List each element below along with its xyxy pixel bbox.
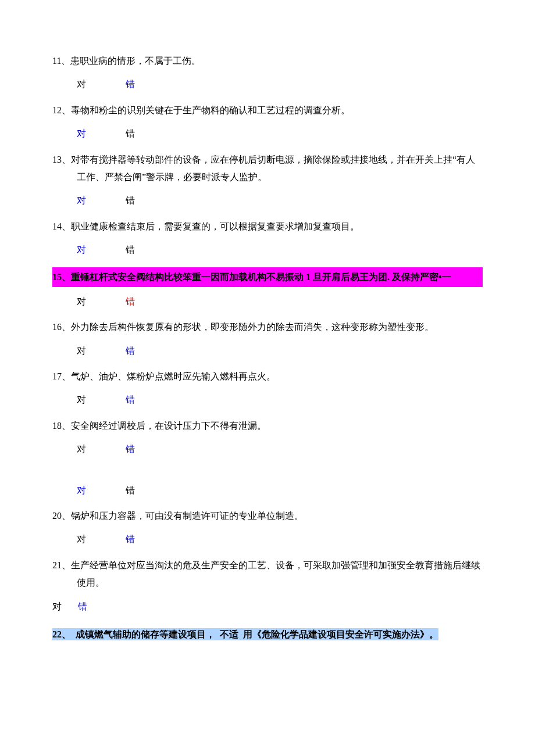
answer-true: 对 (77, 192, 123, 209)
question-text: 12、毒物和粉尘的识别关键在于生产物料的确认和工艺过程的调查分析。 (52, 102, 483, 119)
answer-row: 对 错 (52, 241, 483, 259)
question-text: 21、生产经营单位对应当淘汰的危及生产安全的工艺、设备，可采取加强管理和加强安全… (52, 557, 483, 592)
answer-false: 错 (126, 76, 172, 93)
answer-false: 错 (126, 241, 172, 259)
question-text: 16、外力除去后构件恢复原有的形状，即变形随外力的除去而消失，这种变形称为塑性变… (52, 318, 483, 336)
question-number: 14、 (52, 221, 71, 231)
question-number: 11、 (52, 56, 70, 66)
question-text: 14、职业健康检查结束后，需要复查的，可以根据复查要求增加复查项目。 (52, 218, 483, 235)
answer-false: 错 (126, 125, 172, 142)
question-number: 21、 (52, 560, 71, 570)
question-21: 21、生产经营单位对应当淘汰的危及生产安全的工艺、设备，可采取加强管理和加强安全… (52, 557, 483, 615)
answer-row: 对 错 (52, 440, 483, 458)
answer-false: 错 (78, 598, 124, 615)
question-stem: 重锤杠杆式安全阀结构比较笨重一因而加载机构不易振动 1 旦开肩后易王为团. 及保… (71, 272, 451, 282)
answer-row: 对 错 (52, 293, 483, 310)
answer-row: 对 错 (52, 482, 483, 499)
answer-row: 对 错 (52, 391, 483, 409)
question-text: 11、患职业病的情形，不属于工伤。 (52, 52, 483, 70)
question-18: 18、安全阀经过调校后，在设计压力下不得有泄漏。 对 错 (52, 417, 483, 458)
question-text-highlighted: 22、 成镇燃气辅助的储存等建设项目， 不适 用《危险化学品建设项目安全许可实施… (52, 628, 438, 640)
question-stem-part2: 不适 (220, 629, 238, 639)
question-text: 13、对带有搅拌器等转动部件的设备，应在停机后切断电源，摘除保险或挂接地线，并在… (52, 151, 483, 187)
question-number: 18、 (52, 421, 71, 431)
question-14: 14、职业健康检查结束后，需要复查的，可以根据复查要求增加复查项目。 对 错 (52, 218, 483, 259)
answer-row: 对 错 (52, 342, 483, 360)
answer-true: 对 (77, 440, 123, 458)
question-stem-part3: 用《危险化学品建设项目安全许可实施办法》。 (243, 629, 438, 639)
question-20: 20、锅炉和压力容器，可由没有制造许可证的专业单位制造。 对 错 (52, 507, 483, 549)
answer-row: 对 错 (52, 125, 483, 142)
question-stem-part1: 成镇燃气辅助的储存等建设项目， (76, 629, 215, 639)
question-text: 17、气炉、油炉、煤粉炉点燃时应先输入燃料再点火。 (52, 368, 483, 385)
answer-true: 对 (77, 76, 123, 93)
question-stem: 毒物和粉尘的识别关键在于生产物料的确认和工艺过程的调查分析。 (71, 105, 350, 115)
answer-true: 对 (77, 125, 123, 142)
question-stem: 生产经营单位对应当淘汰的危及生产安全的工艺、设备，可采取加强管理和加强安全教育措… (71, 560, 480, 587)
answer-false: 错 (126, 342, 172, 360)
answer-row: 对 错 (52, 598, 483, 615)
answer-false: 错 (126, 293, 172, 310)
question-text-highlighted: 15、重锤杠杆式安全阀结构比较笨重一因而加载机构不易振动 1 旦开肩后易王为团.… (52, 267, 483, 287)
question-number: 16、 (52, 322, 71, 332)
answer-true: 对 (77, 293, 123, 310)
answer-true: 对 (77, 391, 123, 409)
question-stem: 锅炉和压力容器，可由没有制造许可证的专业单位制造。 (71, 511, 304, 521)
answer-false: 错 (126, 391, 172, 409)
question-12: 12、毒物和粉尘的识别关键在于生产物料的确认和工艺过程的调查分析。 对 错 (52, 102, 483, 143)
answer-false: 错 (126, 482, 172, 499)
question-number: 22、 (52, 629, 71, 639)
question-number: 17、 (52, 371, 71, 381)
question-number: 20、 (52, 511, 71, 521)
question-text: 20、锅炉和压力容器，可由没有制造许可证的专业单位制造。 (52, 507, 483, 525)
question-19: 对 错 (52, 482, 483, 499)
answer-row: 对 错 (52, 192, 483, 209)
question-number: 15、 (52, 272, 71, 282)
question-13: 13、对带有搅拌器等转动部件的设备，应在停机后切断电源，摘除保险或挂接地线，并在… (52, 151, 483, 210)
question-text: 18、安全阀经过调校后，在设计压力下不得有泄漏。 (52, 417, 483, 435)
question-stem: 外力除去后构件恢复原有的形状，即变形随外力的除去而消失，这种变形称为塑性变形。 (71, 322, 434, 332)
question-15: 15、重锤杠杆式安全阀结构比较笨重一因而加载机构不易振动 1 旦开肩后易王为团.… (52, 267, 483, 311)
answer-row: 对 错 (52, 76, 483, 93)
question-stem: 职业健康检查结束后，需要复查的，可以根据复查要求增加复查项目。 (71, 221, 359, 231)
question-16: 16、外力除去后构件恢复原有的形状，即变形随外力的除去而消失，这种变形称为塑性变… (52, 318, 483, 360)
answer-false: 错 (126, 440, 172, 458)
answer-false: 错 (126, 531, 172, 548)
answer-row: 对 错 (52, 531, 483, 548)
answer-false: 错 (126, 192, 172, 209)
answer-true: 对 (77, 531, 123, 548)
question-17: 17、气炉、油炉、煤粉炉点燃时应先输入燃料再点火。 对 错 (52, 368, 483, 409)
question-stem: 气炉、油炉、煤粉炉点燃时应先输入燃料再点火。 (71, 371, 276, 381)
question-22: 22、 成镇燃气辅助的储存等建设项目， 不适 用《危险化学品建设项目安全许可实施… (52, 626, 483, 643)
question-number: 12、 (52, 105, 71, 115)
answer-true: 对 (77, 241, 123, 259)
answer-true: 对 (52, 598, 76, 615)
question-stem: 对带有搅拌器等转动部件的设备，应在停机后切断电源，摘除保险或挂接地线，并在开关上… (71, 155, 475, 182)
document-page: 11、患职业病的情形，不属于工伤。 对 错 12、毒物和粉尘的识别关键在于生产物… (0, 0, 535, 686)
answer-true: 对 (77, 482, 123, 499)
question-stem: 患职业病的情形，不属于工伤。 (70, 56, 201, 66)
question-stem: 安全阀经过调校后，在设计压力下不得有泄漏。 (71, 421, 266, 431)
answer-true: 对 (77, 342, 123, 360)
question-number: 13、 (52, 155, 71, 164)
question-11: 11、患职业病的情形，不属于工伤。 对 错 (52, 52, 483, 94)
